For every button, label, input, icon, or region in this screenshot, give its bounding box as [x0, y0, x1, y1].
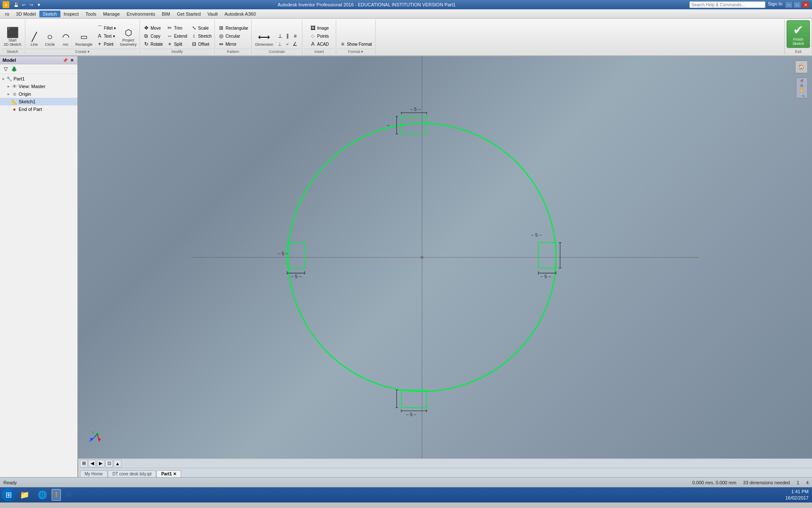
tree-item-endofpart[interactable]: ● End of Part	[0, 105, 77, 113]
svg-text:←5→: ←5→	[291, 274, 302, 279]
minimize-btn[interactable]: ─	[785, 1, 793, 8]
nav-orbit-btn[interactable]: ⊙	[797, 83, 807, 88]
titlebar-controls: Sign In ─ □ ✕	[689, 1, 809, 8]
close-btn[interactable]: ✕	[802, 1, 809, 8]
menu-sketch[interactable]: Sketch	[39, 11, 60, 17]
constraint5-icon: ⌿	[284, 41, 291, 47]
circular-label: Circular	[225, 34, 240, 39]
show-format-btn[interactable]: ≡ Show Format	[338, 40, 373, 48]
tree-item-sketch1[interactable]: 📐 Sketch1	[0, 98, 77, 105]
menu-manage[interactable]: Manage	[100, 11, 123, 17]
ribbon-group-format-label: Format ▾	[338, 49, 373, 54]
home-view-btn[interactable]: 🏠	[795, 61, 808, 73]
trim-btn[interactable]: ✂ Trim	[165, 24, 188, 32]
tree-item-viewmaster[interactable]: ▸ 👁 View: Master	[0, 83, 77, 90]
tab-dtcone[interactable]: DT cone desk tidy.ipt	[108, 470, 156, 477]
panel-title: Model	[3, 58, 16, 63]
line-btn[interactable]: ╱ Line	[27, 30, 41, 48]
point-label: Point	[104, 42, 114, 47]
extend-icon: ↔	[166, 33, 173, 39]
project-geometry-btn[interactable]: ⬡ ProjectGeometry	[118, 26, 138, 48]
rectangle-btn[interactable]: ▭ Rectangle	[74, 30, 94, 48]
finish-sketch-btn[interactable]: ✔ FinishSketch	[787, 20, 810, 48]
text-btn[interactable]: A Text ▾	[95, 32, 118, 40]
svg-text:X: X	[92, 431, 94, 434]
tab-myhome[interactable]: My Home	[80, 470, 107, 477]
move-btn[interactable]: ✥ Move	[142, 24, 164, 32]
image-btn[interactable]: 🖼 Image	[308, 24, 330, 32]
settings-quick-btn[interactable]: ▼	[36, 1, 42, 8]
line-label: Line	[30, 43, 38, 47]
nav-pan-btn[interactable]: ✋	[797, 88, 807, 92]
explorer-icon: 📁	[20, 490, 29, 500]
nav-prev-btn[interactable]: ◀	[88, 460, 96, 467]
sign-in-label[interactable]: Sign In	[768, 1, 782, 8]
acad-icon: A	[310, 41, 316, 47]
menu-ro[interactable]: ro	[2, 11, 13, 17]
nav-zoom-btn[interactable]: 🔍	[797, 93, 807, 97]
taskbar-chrome[interactable]: 🌐	[34, 489, 51, 501]
rectangular-btn[interactable]: ⊞ Rectangular	[217, 24, 250, 32]
nav-fit-btn[interactable]: ⊡	[105, 460, 113, 467]
constraint6-icon: ∠	[292, 41, 299, 47]
undo-quick-btn[interactable]: ↩	[20, 1, 27, 8]
sketch-svg: ←5→ ↕ ←5→ ←5→ ←5→	[78, 56, 812, 458]
ribbon-group-exit: ✔ FinishSketch Exit	[785, 19, 812, 55]
start-button[interactable]: ⊞	[2, 488, 15, 502]
nav-cube-widget[interactable]: ↺ ⊙ ✋ 🔍	[796, 77, 808, 98]
taskbar-explorer[interactable]: 📁	[16, 489, 33, 501]
panel-close-btn[interactable]: ✕	[69, 58, 75, 63]
point-btn[interactable]: + Point	[95, 40, 118, 48]
nav-rotate-btn[interactable]: ↺	[797, 79, 807, 83]
nav-next-btn[interactable]: ▶	[97, 460, 104, 467]
mirror-btn[interactable]: ⇔ Mirror	[217, 40, 250, 48]
stretch-btn[interactable]: ↕ Stretch	[189, 32, 213, 40]
tab-bar: My Home DT cone desk tidy.ipt Part1 ✕	[78, 468, 812, 477]
constraint4-btn[interactable]: ⟂ ⌿ ∠	[275, 40, 300, 48]
taskbar-inventor[interactable]: I	[52, 489, 61, 501]
circle-btn[interactable]: ○ Circle	[43, 30, 57, 48]
rotate-btn[interactable]: ↻ Rotate	[142, 40, 164, 48]
app-title: Autodesk Inventor Professional 2016 - ED…	[44, 2, 689, 7]
nav-home-btn[interactable]: ⊞	[80, 460, 88, 467]
menu-3dmodel[interactable]: 3D Model	[13, 11, 39, 17]
menu-tools[interactable]: Tools	[82, 11, 100, 17]
panel-tree-btn[interactable]: 🌲	[10, 65, 18, 73]
menu-environments[interactable]: Environments	[123, 11, 158, 17]
split-btn[interactable]: ⌖ Split	[165, 40, 188, 48]
fillet-btn[interactable]: ⌒ Fillet ▾	[95, 24, 118, 32]
points-btn[interactable]: ·:· Points	[308, 32, 330, 40]
tree-item-origin[interactable]: ▸ ⊕ Origin	[0, 90, 77, 98]
search-input[interactable]	[689, 1, 765, 8]
ribbon-group-exit-label: Exit	[787, 49, 810, 54]
acad-btn[interactable]: A ACAD	[308, 40, 330, 48]
panel-filter-btn[interactable]: ▽	[2, 65, 9, 73]
viewport[interactable]: ←5→ ↕ ←5→ ←5→ ←5→	[78, 56, 812, 458]
dimension-btn[interactable]: ⟷ Dimension	[254, 30, 274, 48]
points-label: Points	[317, 34, 329, 39]
circular-btn[interactable]: ◎ Circular	[217, 32, 250, 40]
start-2d-sketch-btn[interactable]: ⬛ Start2D Sketch	[3, 26, 23, 48]
scale-btn[interactable]: ⤡ Scale	[189, 24, 213, 32]
taskbar-word[interactable]: W	[62, 489, 76, 501]
arc-btn[interactable]: ◠ Arc	[58, 30, 73, 48]
restore-btn[interactable]: □	[793, 1, 801, 8]
constraint1-btn[interactable]: ⊥ ∥ ≡	[275, 32, 300, 40]
panel-pin-btn[interactable]: 📌	[62, 58, 68, 63]
svg-text:←5→: ←5→	[277, 251, 289, 256]
menu-vault[interactable]: Vault	[204, 11, 221, 17]
extend-btn[interactable]: ↔ Extend	[165, 32, 188, 40]
nav-up-btn[interactable]: ▲	[114, 460, 121, 467]
text-label: Text ▾	[104, 34, 115, 39]
menu-bim[interactable]: BIM	[159, 11, 174, 17]
redo-quick-btn[interactable]: ↪	[28, 1, 35, 8]
menu-inspect[interactable]: Inspect	[60, 11, 82, 17]
offset-btn[interactable]: ⊟ Offset	[189, 40, 213, 48]
menu-a360[interactable]: Autodesk A360	[221, 11, 259, 17]
model-panel: Model 📌 ✕ ▽ 🌲 ▸ 🔧 Part1 ▸ 👁 View: Master	[0, 56, 78, 477]
tree-item-part1[interactable]: ▸ 🔧 Part1	[0, 75, 77, 83]
save-quick-btn[interactable]: 💾	[13, 1, 19, 8]
tab-part1[interactable]: Part1 ✕	[156, 470, 181, 477]
menu-getstarted[interactable]: Get Started	[173, 11, 204, 17]
copy-btn[interactable]: ⧉ Copy	[142, 32, 164, 40]
